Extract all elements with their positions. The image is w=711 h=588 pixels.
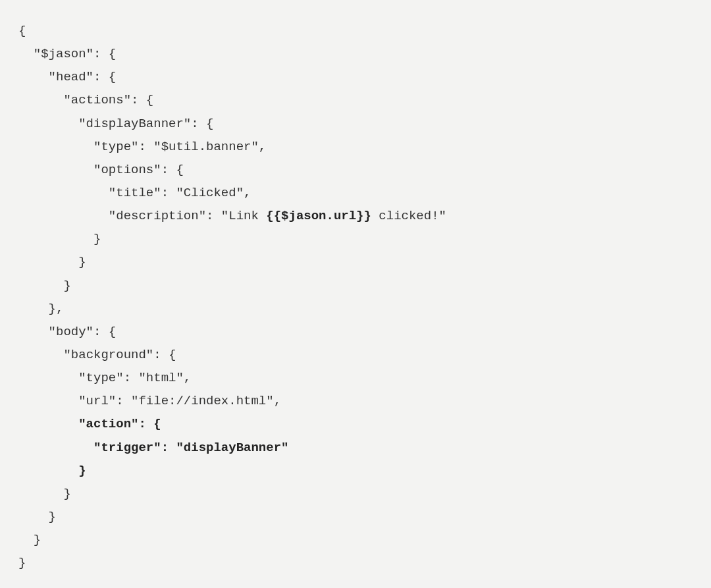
code-text: } [78,255,86,269]
code-text-bold: {{$jason.url}} [266,209,371,223]
code-line: "type": "$util.banner", [18,140,266,154]
code-text: } [63,487,70,501]
code-line: "options": { [18,163,184,177]
code-text: "title": "Clicked", [109,186,251,200]
code-line: "description": "Link {{$jason.url}} clic… [18,209,446,223]
code-line: "type": "html", [18,371,191,385]
code-line: { [18,24,26,38]
code-line: "url": "file://index.html", [18,394,281,408]
code-text-bold: } [78,464,86,478]
code-text: "options": { [93,163,184,177]
code-text-bold: "action": { [78,417,161,431]
code-text: "body": { [49,325,117,339]
code-line: "body": { [18,325,116,339]
code-line: "background": { [18,348,176,362]
code-block: { "$jason": { "head": { "actions": { "di… [18,20,693,575]
code-line: } [18,232,101,246]
code-text: } [18,556,26,570]
code-text: "displayBanner": { [78,117,213,131]
code-line: } [18,510,56,524]
code-line: } [18,487,71,501]
code-text: }, [49,302,64,316]
code-line: } [18,279,71,293]
code-text: "type": "$util.banner", [93,140,266,154]
code-line: "actions": { [18,93,153,107]
code-line: "title": "Clicked", [18,186,251,200]
code-line: "head": { [18,70,116,84]
code-text: "description": "Link [109,209,266,223]
code-text: clicked!" [371,209,446,223]
code-line: "$jason": { [18,47,116,61]
code-text: { [18,24,26,38]
code-line: }, [18,302,63,316]
code-text: "background": { [63,348,176,362]
code-text-bold: "trigger": "displayBanner" [93,441,288,455]
code-text: "$jason": { [34,47,116,61]
code-text: "head": { [49,70,117,84]
code-line: "trigger": "displayBanner" [18,441,288,455]
code-line: } [18,464,86,478]
code-line: } [18,533,41,547]
code-text: } [34,533,41,547]
code-line: "action": { [18,417,161,431]
code-text: } [93,232,101,246]
code-line: "displayBanner": { [18,117,213,131]
code-text: } [63,279,70,293]
code-line: } [18,255,86,269]
code-line: } [18,556,26,570]
code-text: "url": "file://index.html", [78,394,281,408]
code-text: } [49,510,56,524]
code-text: "actions": { [63,93,153,107]
code-text: "type": "html", [78,371,191,385]
